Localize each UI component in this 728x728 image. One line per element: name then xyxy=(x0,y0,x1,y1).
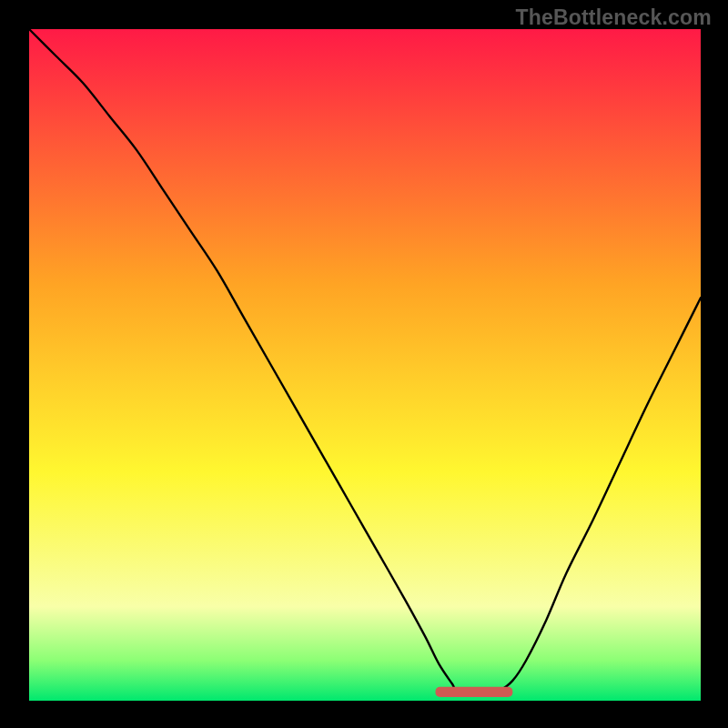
watermark-text: TheBottleneck.com xyxy=(515,5,712,30)
chart-stage: TheBottleneck.com xyxy=(0,0,728,728)
chart-svg xyxy=(0,0,728,728)
plot-gradient-background xyxy=(29,29,701,701)
trough-highlight xyxy=(435,687,512,697)
